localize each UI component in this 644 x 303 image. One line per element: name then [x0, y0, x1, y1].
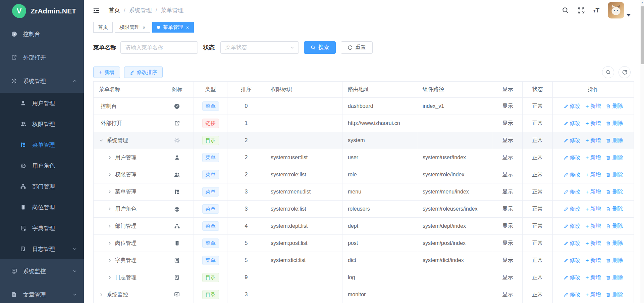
avatar[interactable]	[608, 2, 624, 18]
breadcrumb-home[interactable]: 首页	[109, 6, 120, 14]
delete-action[interactable]: 删除	[606, 154, 623, 161]
type-tag: 菜单	[202, 221, 219, 230]
reset-button[interactable]: 重置	[341, 41, 373, 54]
edit-action[interactable]: 修改	[564, 103, 581, 110]
edit-action[interactable]: 修改	[564, 137, 581, 144]
menu-name-cell: 字典管理	[99, 257, 160, 264]
tree-expand-down-icon[interactable]	[99, 138, 105, 143]
delete-action[interactable]: 删除	[606, 206, 623, 213]
tree-expand-right-icon[interactable]	[107, 172, 113, 177]
sidebar-item-tree[interactable]: 部门管理	[0, 176, 84, 197]
hamburger-icon[interactable]	[93, 7, 100, 14]
edit-action[interactable]: 修改	[564, 188, 581, 196]
delete-action[interactable]: 删除	[606, 223, 623, 230]
sidebar-item-user[interactable]: 用户管理	[0, 93, 84, 114]
logo[interactable]: V ZrAdmin.NET	[0, 0, 84, 22]
plus-icon: +	[586, 241, 589, 246]
tree-expand-right-icon[interactable]	[107, 207, 113, 211]
edit-action[interactable]: 修改	[564, 274, 581, 281]
scrollbar-up-arrow[interactable]: ▲	[640, 1, 644, 4]
status-select-placeholder: 菜单状态	[225, 44, 290, 51]
tree-expand-right-icon[interactable]	[107, 155, 113, 160]
edit-action[interactable]: 修改	[564, 240, 581, 247]
delete-action[interactable]: 删除	[606, 240, 623, 247]
user-menu[interactable]	[608, 2, 631, 18]
modify-sort-button[interactable]: 修改排序	[124, 67, 163, 78]
refresh-button[interactable]	[619, 66, 631, 78]
user-icon	[19, 99, 27, 107]
sidebar-item-monitor[interactable]: 系统监控	[0, 259, 84, 283]
search-button[interactable]: 搜索	[304, 41, 336, 54]
delete-action[interactable]: 删除	[606, 171, 623, 178]
add-action[interactable]: +新增	[586, 137, 601, 144]
edit-action[interactable]: 修改	[564, 154, 581, 161]
add-action[interactable]: +新增	[586, 206, 601, 213]
status-state: 正常	[523, 252, 553, 269]
tab-菜单管理[interactable]: 菜单管理×	[152, 22, 194, 33]
add-action[interactable]: +新增	[586, 171, 601, 178]
scrollbar-thumb[interactable]	[641, 6, 644, 64]
tab-home[interactable]: 首页	[93, 22, 113, 33]
sidebar-item-article[interactable]: 文章管理	[0, 283, 84, 303]
delete-action[interactable]: 删除	[606, 291, 623, 298]
delete-action[interactable]: 删除	[606, 257, 623, 264]
tab-close-icon[interactable]: ×	[143, 25, 146, 30]
search-icon[interactable]	[562, 7, 569, 14]
add-action[interactable]: +新增	[586, 120, 601, 127]
column-header: 状态	[523, 82, 553, 98]
delete-action[interactable]: 删除	[606, 137, 623, 144]
delete-action[interactable]: 删除	[606, 103, 623, 110]
edit-action[interactable]: 修改	[564, 171, 581, 178]
tab-close-icon[interactable]: ×	[186, 25, 189, 30]
tree-expand-right-icon[interactable]	[107, 224, 113, 228]
tab-权限管理[interactable]: 权限管理×	[115, 22, 150, 33]
tree-expand-right-icon[interactable]	[107, 275, 113, 280]
sidebar-item-log[interactable]: 日志管理	[0, 239, 84, 259]
show-search-button[interactable]	[602, 66, 614, 78]
add-action[interactable]: +新增	[586, 274, 601, 281]
edit-action[interactable]: 修改	[564, 223, 581, 230]
sidebar-item-robot[interactable]: 用户角色	[0, 155, 84, 176]
route-path: dashboard	[342, 98, 417, 115]
add-button[interactable]: + 新增	[93, 67, 120, 78]
route-path: monitor	[342, 286, 417, 303]
add-action[interactable]: +新增	[586, 154, 601, 161]
tree-expand-right-icon[interactable]	[99, 292, 105, 297]
add-action[interactable]: +新增	[586, 240, 601, 247]
sidebar-item-users[interactable]: 权限管理	[0, 114, 84, 134]
delete-action[interactable]: 删除	[606, 274, 623, 281]
add-action[interactable]: +新增	[586, 188, 601, 196]
delete-action[interactable]: 删除	[606, 188, 623, 196]
edit-action[interactable]: 修改	[564, 257, 581, 264]
sidebar-item-gear[interactable]: 系统管理	[0, 69, 84, 93]
sidebar-item-dict[interactable]: 字典管理	[0, 218, 84, 239]
tree-expand-right-icon[interactable]	[107, 241, 113, 246]
add-action[interactable]: +新增	[586, 103, 601, 110]
add-action[interactable]: +新增	[586, 257, 601, 264]
app-title: ZrAdmin.NET	[31, 7, 76, 15]
sidebar-item-label: 日志管理	[32, 245, 55, 253]
page-scrollbar[interactable]: ▲	[640, 0, 644, 303]
font-size-icon[interactable]: тT	[593, 7, 599, 14]
gear-icon	[174, 137, 180, 143]
add-action[interactable]: +新增	[586, 223, 601, 230]
menu-name: 系统管理	[107, 137, 128, 144]
tree-expand-right-icon[interactable]	[107, 258, 113, 263]
caret-down-icon[interactable]	[627, 14, 631, 16]
menu-name-cell: 岗位管理	[99, 240, 160, 247]
sidebar-item-tree-table[interactable]: 菜单管理	[0, 134, 84, 155]
tree-expand-right-icon[interactable]	[107, 189, 113, 194]
monitor-icon	[10, 267, 18, 275]
status-select[interactable]: 菜单状态	[220, 41, 299, 54]
sidebar-item-post[interactable]: 岗位管理	[0, 197, 84, 218]
sidebar-item-gauge[interactable]: 控制台	[0, 22, 84, 46]
type-tag: 菜单	[202, 204, 219, 213]
edit-action[interactable]: 修改	[564, 291, 581, 298]
delete-action[interactable]: 删除	[606, 120, 623, 127]
sidebar-item-external[interactable]: 外部打开	[0, 46, 84, 69]
add-action[interactable]: +新增	[586, 291, 601, 298]
menu-name-input[interactable]	[120, 41, 198, 54]
edit-action[interactable]: 修改	[564, 206, 581, 213]
edit-action[interactable]: 修改	[564, 120, 581, 127]
fullscreen-icon[interactable]	[578, 7, 585, 14]
